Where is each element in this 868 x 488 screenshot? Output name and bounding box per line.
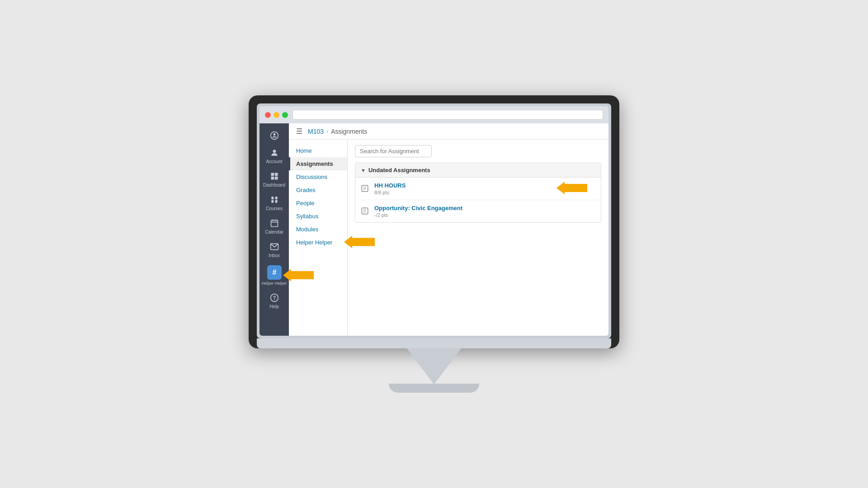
sidebar-item-label: Calendar <box>265 230 283 235</box>
sidebar-item-label: Helper Helper <box>262 281 287 286</box>
assignment-pts: -/2 pts <box>374 212 595 218</box>
assignment-name: Opportunity: Civic Engagement <box>374 205 595 211</box>
svg-rect-2 <box>271 173 274 176</box>
nav-item-home[interactable]: Home <box>289 144 347 157</box>
admin-icon <box>269 131 279 141</box>
address-bar[interactable] <box>292 110 603 120</box>
nav-item-helper-helper[interactable]: Helper Helper <box>289 236 347 249</box>
assignments-area: ▼ Undated Assignments <box>348 140 609 336</box>
courses-icon <box>269 195 279 205</box>
sidebar: Account Dashboard <box>259 123 289 336</box>
sidebar-item-admin[interactable] <box>259 127 289 144</box>
svg-rect-7 <box>275 197 277 199</box>
sidebar-item-courses[interactable]: Courses <box>259 191 289 215</box>
assignment-icon <box>361 207 370 216</box>
sidebar-item-helper-helper[interactable]: # Helper Helper <box>259 262 289 289</box>
nav-arrow <box>352 238 375 247</box>
traffic-lights <box>265 112 288 118</box>
sidebar-item-label: Help <box>269 304 279 309</box>
inbox-icon <box>269 242 279 252</box>
section-collapse-icon[interactable]: ▼ <box>361 168 366 173</box>
section-title: Undated Assignments <box>368 167 430 174</box>
breadcrumb-separator: › <box>326 128 328 135</box>
browser-bar <box>259 106 609 123</box>
monitor-neck <box>407 348 461 385</box>
sidebar-item-calendar[interactable]: Calendar <box>259 215 289 238</box>
account-icon <box>269 148 279 158</box>
sidebar-item-label: Courses <box>266 206 283 211</box>
nav-item-assignments[interactable]: Assignments <box>289 157 347 170</box>
dashboard-icon <box>269 171 279 181</box>
maximize-button[interactable] <box>282 112 288 118</box>
top-nav: ☰ M103 › Assignments <box>289 123 609 140</box>
nav-item-grades[interactable]: Grades <box>289 183 347 197</box>
section-header: ▼ Undated Assignments <box>355 163 601 178</box>
content-area: Home Assignments Discussions Grades <box>289 140 609 336</box>
nav-item-people[interactable]: People <box>289 197 347 210</box>
course-nav: Home Assignments Discussions Grades <box>289 140 348 336</box>
sidebar-item-label: Inbox <box>269 253 279 258</box>
svg-rect-8 <box>271 200 274 203</box>
assignment-info: Opportunity: Civic Engagement -/2 pts <box>374 205 595 218</box>
sidebar-item-dashboard[interactable]: Dashboard <box>259 168 289 191</box>
nav-item-discussions[interactable]: Discussions <box>289 170 347 183</box>
breadcrumb-course[interactable]: M103 <box>308 128 324 135</box>
nav-item-syllabus[interactable]: Syllabus <box>289 210 347 223</box>
close-button[interactable] <box>265 112 271 118</box>
assignments-section: ▼ Undated Assignments <box>355 163 601 223</box>
sidebar-arrow <box>291 271 314 280</box>
hh-hours-arrow <box>565 184 587 194</box>
search-input[interactable] <box>355 145 432 157</box>
svg-rect-9 <box>275 200 277 203</box>
monitor-chin <box>257 338 611 348</box>
svg-rect-4 <box>271 177 274 180</box>
help-icon: ? <box>269 293 279 303</box>
svg-rect-10 <box>271 220 278 226</box>
assignment-row-civic-engagement[interactable]: Opportunity: Civic Engagement -/2 pts <box>355 200 601 222</box>
svg-rect-3 <box>274 173 278 176</box>
nav-item-modules[interactable]: Modules <box>289 223 347 236</box>
sidebar-item-label: Account <box>266 159 282 164</box>
svg-text:?: ? <box>273 295 276 300</box>
monitor-base <box>389 384 479 393</box>
sidebar-item-help[interactable]: ? Help <box>259 289 289 313</box>
svg-rect-6 <box>271 197 274 199</box>
breadcrumb-page: Assignments <box>331 128 367 135</box>
helper-helper-icon: # <box>267 265 282 280</box>
hamburger-icon[interactable]: ☰ <box>296 127 302 136</box>
monitor-stand <box>389 348 479 393</box>
main-content: ☰ M103 › Assignments <box>289 123 609 336</box>
assignment-icon <box>361 184 370 193</box>
sidebar-item-label: Dashboard <box>263 183 285 188</box>
minimize-button[interactable] <box>274 112 279 118</box>
breadcrumb: M103 › Assignments <box>308 128 367 135</box>
sidebar-item-inbox[interactable]: Inbox <box>259 238 289 262</box>
sidebar-item-account[interactable]: Account <box>259 144 289 168</box>
assignment-row-hh-hours[interactable]: HH HOURS 8/8 pts <box>355 178 601 200</box>
search-bar <box>355 145 601 157</box>
calendar-icon <box>269 218 279 228</box>
svg-rect-5 <box>274 177 278 180</box>
svg-point-1 <box>273 150 276 153</box>
